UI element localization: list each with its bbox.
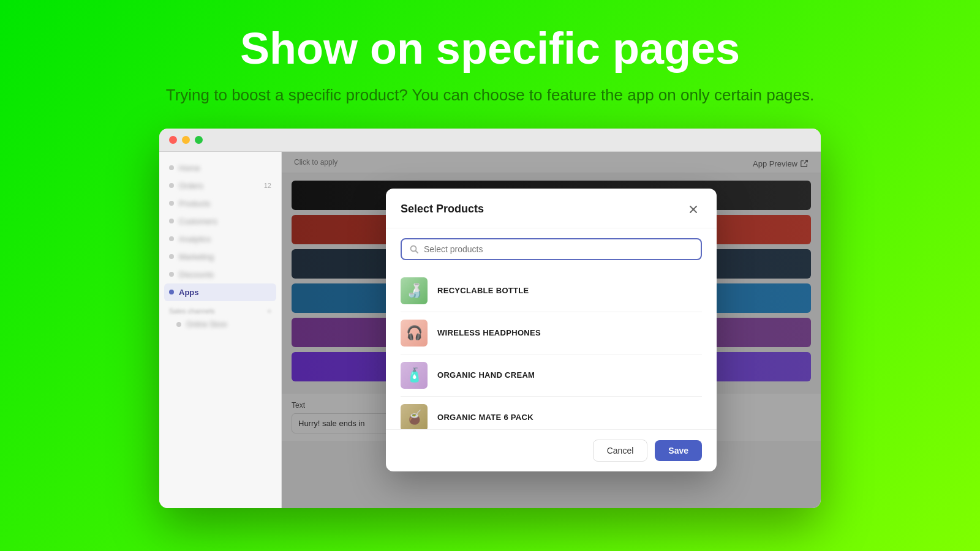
window-body: Home Orders 12 Products Customers Analyt… (159, 152, 821, 508)
sidebar: Home Orders 12 Products Customers Analyt… (159, 152, 282, 508)
sidebar-item-label: Home (179, 163, 200, 173)
sidebar-item-orders[interactable]: Orders 12 (159, 177, 281, 195)
sidebar-item-label: Marketing (179, 252, 214, 261)
product-name: RECYCLABLE BOTTLE (437, 286, 529, 295)
sidebar-item-label: Orders (179, 181, 203, 190)
hero-title: Show on specific pages (240, 24, 740, 73)
modal-search-area (386, 228, 717, 270)
product-list: RECYCLABLE BOTTLE WIRELESS HEADPHONES OR… (386, 270, 717, 429)
product-name: ORGANIC MATE 6 PACK (437, 413, 533, 422)
sidebar-item-dot (169, 272, 174, 277)
sidebar-item-dot (169, 183, 174, 188)
product-thumb-mate (401, 404, 428, 429)
sidebar-item-dot (176, 322, 181, 327)
sidebar-item-analytics[interactable]: Analytics (159, 230, 281, 248)
search-icon (409, 244, 419, 254)
sidebar-item-label: Products (179, 199, 210, 208)
mac-window: Home Orders 12 Products Customers Analyt… (159, 129, 821, 508)
sidebar-section-title: Sales channels (169, 307, 215, 315)
product-item-organic-mate-6pack[interactable]: ORGANIC MATE 6 PACK (391, 397, 712, 429)
sidebar-item-dot-active (169, 290, 174, 294)
modal-close-button[interactable] (685, 201, 702, 218)
cancel-button[interactable]: Cancel (593, 440, 648, 462)
sidebar-item-label: Customers (179, 217, 217, 226)
sidebar-item-customers[interactable]: Customers (159, 212, 281, 230)
sidebar-item-label: Online Store (186, 320, 227, 329)
sidebar-item-label: Analytics (179, 234, 211, 244)
sidebar-item-dot (169, 219, 174, 223)
mac-minimize-button[interactable] (182, 136, 190, 144)
sidebar-item-dot (169, 165, 174, 170)
sidebar-item-discounts[interactable]: Discounts (159, 266, 281, 283)
mac-close-button[interactable] (169, 136, 177, 144)
sidebar-sub-item-online-store[interactable]: Online Store (159, 317, 281, 332)
svg-line-3 (416, 250, 418, 253)
sidebar-section-sales-channels: Sales channels + (159, 301, 281, 317)
modal-footer: Cancel Save (386, 429, 717, 471)
sidebar-badge-orders: 12 (264, 182, 271, 189)
mac-maximize-button[interactable] (195, 136, 203, 144)
product-item-recyclable-bottle[interactable]: RECYCLABLE BOTTLE (391, 270, 712, 312)
product-thumb-bottle (401, 277, 428, 304)
modal-title: Select Products (401, 203, 484, 216)
sidebar-section-badge: + (268, 307, 271, 315)
mac-titlebar (159, 129, 821, 152)
search-input[interactable] (424, 244, 693, 254)
sidebar-item-dot (169, 254, 174, 259)
sidebar-item-label-active: Apps (179, 288, 199, 297)
sidebar-item-marketing[interactable]: Marketing (159, 248, 281, 266)
hero-subtitle: Trying to boost a specific product? You … (166, 84, 815, 106)
select-products-modal: Select Products (386, 189, 717, 471)
product-item-wireless-headphones[interactable]: WIRELESS HEADPHONES (391, 312, 712, 354)
modal-overlay: Select Products (282, 152, 821, 508)
modal-header: Select Products (386, 189, 717, 228)
sidebar-item-home[interactable]: Home (159, 159, 281, 177)
product-name: ORGANIC HAND CREAM (437, 370, 535, 380)
sidebar-item-apps[interactable]: Apps (164, 283, 276, 301)
sidebar-item-products[interactable]: Products (159, 195, 281, 212)
product-name: WIRELESS HEADPHONES (437, 328, 541, 337)
search-input-wrapper (401, 238, 702, 260)
product-item-organic-hand-cream[interactable]: ORGANIC HAND CREAM (391, 354, 712, 396)
close-icon (688, 204, 699, 215)
product-thumb-cream (401, 362, 428, 389)
save-button[interactable]: Save (655, 440, 702, 461)
product-thumb-headphones (401, 320, 428, 347)
main-content: Click to apply App Preview BPOP Express (282, 152, 821, 508)
sidebar-item-label: Discounts (179, 270, 214, 279)
sidebar-item-dot (169, 201, 174, 206)
sidebar-item-dot (169, 236, 174, 241)
